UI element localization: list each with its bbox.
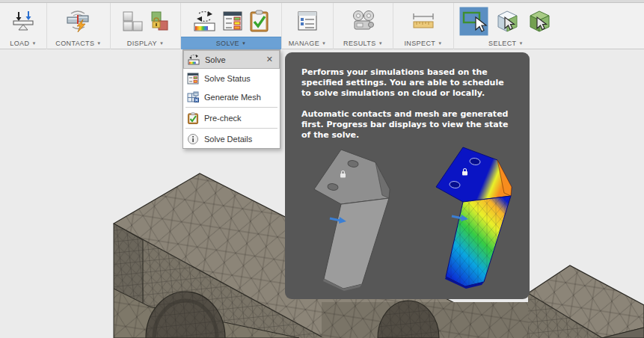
inspect-icon[interactable] bbox=[411, 11, 436, 31]
contacts-icon[interactable] bbox=[65, 9, 92, 33]
load-icon[interactable] bbox=[11, 10, 35, 32]
chevron-down-icon: ▼ bbox=[322, 37, 326, 49]
chevron-down-icon: ▼ bbox=[31, 37, 36, 49]
display-lock-icon[interactable] bbox=[149, 11, 169, 31]
tooltip-text: Performs your simulations based on the s… bbox=[285, 52, 530, 141]
solve-status-icon bbox=[187, 73, 199, 84]
manage-label: MANAGE bbox=[289, 37, 319, 49]
toolbar-group-select: SELECT ▼ bbox=[454, 3, 558, 49]
info-icon bbox=[187, 133, 199, 145]
display-blocks-icon[interactable] bbox=[123, 11, 143, 31]
meshed-beam-right bbox=[528, 265, 644, 338]
solve-label: SOLVE bbox=[216, 37, 239, 49]
solve-status-icon[interactable] bbox=[222, 10, 243, 31]
contacts-label: CONTACTS bbox=[55, 37, 94, 49]
menu-item-label: Generate Mesh bbox=[204, 93, 261, 102]
display-label: DISPLAY bbox=[127, 37, 157, 49]
menu-separator bbox=[185, 128, 277, 129]
results-label: RESULTS bbox=[343, 37, 376, 49]
select-face-cube-icon[interactable] bbox=[494, 8, 521, 34]
bracket-gray-model bbox=[314, 150, 390, 291]
toolbar-group-contacts: CONTACTS ▼ bbox=[47, 3, 111, 49]
precheck-icon bbox=[187, 112, 199, 124]
close-icon[interactable]: ✕ bbox=[266, 55, 275, 64]
chevron-down-icon: ▼ bbox=[378, 37, 383, 49]
menu-item-label: Solve Details bbox=[204, 135, 252, 144]
menu-item-label: Solve bbox=[205, 55, 226, 64]
toolbar-group-display: DISPLAY ▼ bbox=[111, 3, 181, 49]
chevron-down-icon: ▼ bbox=[519, 37, 524, 49]
tooltip-illustrations bbox=[285, 141, 530, 299]
inspect-label: INSPECT bbox=[404, 37, 435, 49]
menu-item-solve[interactable]: Solve ✕ bbox=[183, 50, 280, 69]
menu-item-label: Solve Status bbox=[204, 74, 251, 83]
menu-item-generate-mesh[interactable]: Generate Mesh bbox=[183, 87, 280, 106]
solve-dropdown-menu: Solve ✕ Solve Status Generate Mesh bbox=[183, 49, 280, 149]
manage-menu-button[interactable]: MANAGE ▼ bbox=[282, 37, 333, 49]
solve-tooltip: Performs your simulations based on the s… bbox=[285, 52, 530, 299]
menu-item-solve-status[interactable]: Solve Status bbox=[183, 69, 280, 87]
toolbar-group-inspect: INSPECT ▼ bbox=[393, 3, 454, 49]
select-label: SELECT bbox=[488, 37, 516, 49]
menu-item-precheck[interactable]: Pre-check bbox=[183, 108, 280, 127]
chevron-down-icon: ▼ bbox=[438, 37, 442, 49]
select-body-cube-icon[interactable] bbox=[527, 8, 553, 34]
meshed-arch-right bbox=[322, 301, 530, 338]
menu-item-solve-details[interactable]: Solve Details bbox=[183, 129, 280, 148]
select-window-icon[interactable] bbox=[459, 7, 488, 36]
toolbar-group-solve: SOLVE ▼ bbox=[181, 3, 282, 49]
chevron-down-icon: ▼ bbox=[159, 37, 164, 49]
contacts-menu-button[interactable]: CONTACTS ▼ bbox=[47, 37, 110, 49]
solve-menu-button[interactable]: SOLVE ▼ bbox=[181, 37, 281, 49]
chevron-down-icon: ▼ bbox=[96, 37, 101, 49]
tooltip-paragraph-1: Performs your simulations based on the s… bbox=[301, 67, 515, 99]
menu-separator bbox=[185, 107, 277, 108]
load-label: LOAD bbox=[10, 37, 29, 49]
select-menu-button[interactable]: SELECT ▼ bbox=[454, 37, 558, 49]
toolbar-group-load: LOAD ▼ bbox=[0, 3, 47, 49]
chevron-down-icon: ▼ bbox=[242, 37, 246, 49]
solve-icon[interactable] bbox=[193, 10, 216, 32]
results-menu-button[interactable]: RESULTS ▼ bbox=[334, 37, 393, 49]
results-icon[interactable] bbox=[350, 10, 377, 32]
precheck-icon[interactable] bbox=[249, 10, 269, 32]
ribbon-toolbar: LOAD ▼ CONTACTS ▼ bbox=[0, 0, 644, 49]
load-menu-button[interactable]: LOAD ▼ bbox=[0, 37, 46, 49]
display-menu-button[interactable]: DISPLAY ▼ bbox=[111, 37, 180, 49]
toolbar-group-results: RESULTS ▼ bbox=[334, 3, 393, 49]
menu-item-label: Pre-check bbox=[204, 114, 242, 123]
inspect-menu-button[interactable]: INSPECT ▼ bbox=[393, 37, 453, 49]
toolbar-group-manage: MANAGE ▼ bbox=[282, 3, 334, 49]
manage-icon[interactable] bbox=[297, 10, 318, 31]
tooltip-paragraph-2: Automatic contacts and mesh are generate… bbox=[301, 109, 515, 141]
generate-mesh-icon bbox=[187, 91, 199, 103]
solve-icon bbox=[188, 54, 200, 66]
bracket-fea-result bbox=[436, 147, 512, 289]
